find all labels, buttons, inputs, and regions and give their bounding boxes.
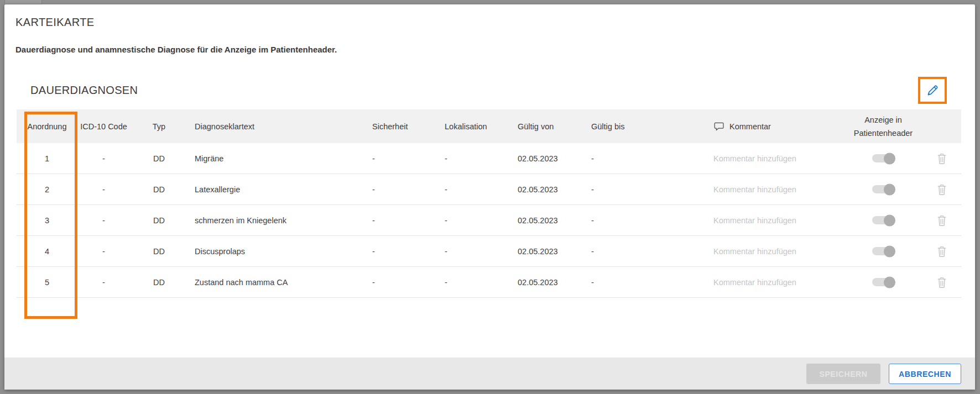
cell-diagnoseklartext: Latexallergie xyxy=(188,185,365,194)
patientenheader-toggle[interactable] xyxy=(872,278,894,286)
delete-row-button[interactable] xyxy=(936,276,947,288)
column-header-typ: Typ xyxy=(130,122,188,131)
column-header-sicherheit: Sicherheit xyxy=(365,122,437,131)
delete-row-button[interactable] xyxy=(936,245,947,258)
cell-sicherheit: - xyxy=(365,247,437,256)
cell-typ: DD xyxy=(130,154,188,163)
cell-lokalisation: - xyxy=(437,154,510,163)
delete-row-button[interactable] xyxy=(936,214,947,227)
cell-lokalisation: - xyxy=(437,216,510,225)
table-row: 2 - DD Latexallergie - - 02.05.2023 - Ko… xyxy=(17,174,961,205)
table-row: 4 - DD Discusprolaps - - 02.05.2023 - Ko… xyxy=(17,236,961,267)
table-row: 3 - DD schmerzen im Kniegelenk - - 02.05… xyxy=(17,205,961,236)
cell-sicherheit: - xyxy=(365,216,437,225)
trash-icon xyxy=(936,214,947,227)
page-subtitle: Dauerdiagnose und anamnestische Diagnose… xyxy=(15,45,337,54)
cell-gueltig-bis: - xyxy=(583,216,706,225)
cell-icd10: - xyxy=(77,247,130,256)
page-title: KARTEIKARTE xyxy=(15,16,95,29)
cell-icd10: - xyxy=(77,154,130,163)
patientenheader-toggle[interactable] xyxy=(872,216,894,224)
toggle-knob xyxy=(884,214,895,226)
table-row: 1 - DD Migräne - - 02.05.2023 - Kommenta… xyxy=(17,143,961,174)
cell-anordnung: 4 xyxy=(17,247,77,256)
cell-lokalisation: - xyxy=(437,185,510,194)
cell-gueltig-von: 02.05.2023 xyxy=(510,154,583,163)
save-button[interactable]: SPEICHERN xyxy=(806,364,880,384)
table-header-row: Anordnung ICD-10 Code Typ Diagnoseklarte… xyxy=(17,109,961,143)
cell-lokalisation: - xyxy=(437,247,510,256)
kommentar-header-label: Kommentar xyxy=(729,122,771,131)
speech-bubble-icon xyxy=(713,122,725,132)
trash-icon xyxy=(936,183,947,196)
cell-typ: DD xyxy=(130,278,188,287)
column-header-anordnung: Anordnung xyxy=(17,122,77,131)
dauerdiagnosen-table: Anordnung ICD-10 Code Typ Diagnoseklarte… xyxy=(17,109,961,298)
cell-gueltig-bis: - xyxy=(583,247,706,256)
patientenheader-toggle[interactable] xyxy=(872,185,894,193)
screenshot-canvas: KARTEIKARTE Dauerdiagnose und anamnestis… xyxy=(0,0,980,394)
cell-lokalisation: - xyxy=(437,278,510,287)
cell-gueltig-von: 02.05.2023 xyxy=(510,185,583,194)
section-title-dauerdiagnosen: DAUERDIAGNOSEN xyxy=(30,84,138,97)
karteikarte-dialog: KARTEIKARTE Dauerdiagnose und anamnestis… xyxy=(4,4,975,390)
kommentar-hinzufuegen-field[interactable]: Kommentar hinzufügen xyxy=(706,216,844,225)
cell-sicherheit: - xyxy=(365,185,437,194)
cell-gueltig-bis: - xyxy=(583,278,706,287)
cell-typ: DD xyxy=(130,216,188,225)
cell-sicherheit: - xyxy=(365,278,437,287)
dialog-footer: SPEICHERN ABBRECHEN xyxy=(4,358,975,390)
column-header-anzeige-in-patientenheader: Anzeige in Patientenheader xyxy=(844,113,922,140)
cell-gueltig-bis: - xyxy=(583,154,706,163)
cell-anordnung: 2 xyxy=(17,185,77,194)
cell-diagnoseklartext: Migräne xyxy=(188,154,365,163)
delete-row-button[interactable] xyxy=(936,183,947,196)
patientenheader-toggle[interactable] xyxy=(872,247,894,255)
cell-icd10: - xyxy=(77,185,130,194)
pencil-icon xyxy=(925,83,940,98)
kommentar-hinzufuegen-field[interactable]: Kommentar hinzufügen xyxy=(706,154,844,163)
trash-icon xyxy=(936,276,947,288)
kommentar-hinzufuegen-field[interactable]: Kommentar hinzufügen xyxy=(706,247,844,256)
column-header-gueltig-von: Gültig von xyxy=(510,122,583,131)
cell-gueltig-bis: - xyxy=(583,185,706,194)
column-header-lokalisation: Lokalisation xyxy=(437,122,510,131)
column-header-gueltig-bis: Gültig bis xyxy=(583,122,706,131)
cell-anordnung: 5 xyxy=(17,278,77,287)
column-header-diagnoseklartext: Diagnoseklartext xyxy=(188,122,365,131)
background-tab-hint xyxy=(4,0,42,4)
cancel-button[interactable]: ABBRECHEN xyxy=(889,364,961,384)
column-header-kommentar: Kommentar xyxy=(706,122,844,132)
cell-icd10: - xyxy=(77,278,130,287)
cell-gueltig-von: 02.05.2023 xyxy=(510,216,583,225)
delete-row-button[interactable] xyxy=(936,153,947,165)
table-row: 5 - DD Zustand nach mamma CA - - 02.05.2… xyxy=(17,267,961,298)
patientenheader-toggle[interactable] xyxy=(872,154,894,162)
cell-anordnung: 1 xyxy=(17,154,77,163)
toggle-knob xyxy=(884,276,895,288)
toggle-knob xyxy=(884,183,895,195)
toggle-knob xyxy=(884,245,895,257)
trash-icon xyxy=(936,245,947,258)
column-header-icd10: ICD-10 Code xyxy=(77,122,130,131)
cell-typ: DD xyxy=(130,185,188,194)
cell-sicherheit: - xyxy=(365,154,437,163)
cell-diagnoseklartext: schmerzen im Kniegelenk xyxy=(188,216,365,225)
edit-dauerdiagnosen-button[interactable] xyxy=(918,77,947,104)
toggle-knob xyxy=(884,153,895,164)
trash-icon xyxy=(936,153,947,165)
kommentar-hinzufuegen-field[interactable]: Kommentar hinzufügen xyxy=(706,185,844,194)
cell-gueltig-von: 02.05.2023 xyxy=(510,247,583,256)
kommentar-hinzufuegen-field[interactable]: Kommentar hinzufügen xyxy=(706,278,844,287)
cell-icd10: - xyxy=(77,216,130,225)
cell-typ: DD xyxy=(130,247,188,256)
cell-diagnoseklartext: Discusprolaps xyxy=(188,247,365,256)
cell-anordnung: 3 xyxy=(17,216,77,225)
cell-diagnoseklartext: Zustand nach mamma CA xyxy=(188,278,365,287)
cell-gueltig-von: 02.05.2023 xyxy=(510,278,583,287)
